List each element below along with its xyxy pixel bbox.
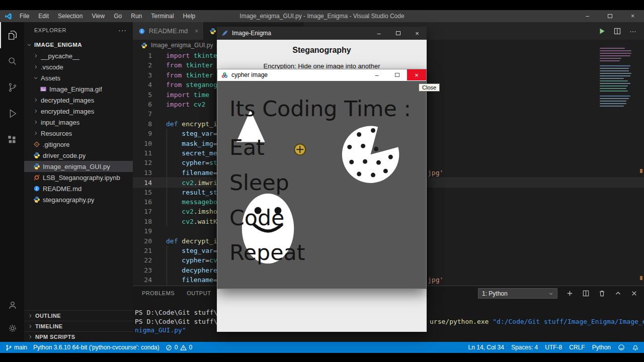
kill-terminal-trash-icon[interactable]	[598, 290, 606, 298]
chevron-right-icon	[33, 129, 39, 137]
terminal-select[interactable]: 1: Python	[478, 288, 557, 299]
maximize-panel-chevron-icon[interactable]	[614, 290, 622, 298]
enigma-window-body: Steganography Encryption: Hide one image…	[217, 46, 427, 70]
cypher-maximize-button[interactable]	[387, 69, 407, 80]
feedback-smiley-icon[interactable]	[618, 344, 625, 351]
sidebar-section-outline[interactable]: OUTLINE	[24, 310, 133, 321]
menu-terminal[interactable]: Terminal	[146, 10, 178, 22]
source-control-icon[interactable]	[0, 74, 24, 101]
tree-item-label: IMAGE_ENIGMA	[34, 42, 82, 48]
notebook-icon	[33, 173, 41, 182]
eol-status[interactable]: CRLF	[569, 344, 585, 351]
tree-item-lsb-steganography-ipynb[interactable]: LSB_Steganography.ipynb	[24, 172, 133, 183]
encoding-status[interactable]: UTF-8	[545, 344, 562, 351]
run-python-file-icon[interactable]	[598, 27, 606, 35]
search-icon[interactable]	[0, 48, 24, 74]
tree-item-steganography-py[interactable]: steganography.py	[24, 194, 133, 205]
python-interpreter-status[interactable]: Python 3.6.10 64-bit ('python-cvcourse':…	[33, 344, 159, 351]
line-number: 12	[133, 158, 152, 167]
panel-tab-problems[interactable]: PROBLEMS	[142, 290, 175, 296]
tree-item-readme-md[interactable]: README.md	[24, 183, 133, 194]
line-number: 24	[133, 275, 152, 285]
tree-item-label: Image_Enigma.gif	[49, 85, 102, 93]
panel-tab-output[interactable]: OUTPUT	[187, 290, 211, 296]
problems-status[interactable]: 0 0	[166, 344, 192, 351]
settings-gear-icon[interactable]	[0, 317, 24, 340]
chevron-right-icon	[33, 96, 39, 104]
more-actions-icon[interactable]: ···	[629, 27, 637, 35]
screen: FileEditSelectionViewGoRunTerminalHelp I…	[0, 0, 644, 362]
chevron-right-icon	[33, 118, 39, 126]
extensions-icon[interactable]	[0, 127, 24, 153]
menu-help[interactable]: Help	[179, 10, 200, 22]
cursor-position-status[interactable]: Ln 14, Col 34	[468, 344, 504, 351]
tab-readme-md[interactable]: README.md×	[133, 22, 204, 40]
tree-item-assets[interactable]: Assets	[24, 72, 133, 83]
tab-close-icon[interactable]: ×	[195, 28, 198, 35]
new-terminal-icon[interactable]	[566, 290, 574, 298]
line-number: 18	[133, 217, 152, 226]
tree-item--vscode[interactable]: .vscode	[24, 61, 133, 72]
explorer-icon[interactable]	[0, 22, 24, 48]
menu-selection[interactable]: Selection	[53, 10, 87, 22]
more-actions-icon[interactable]: ···	[118, 26, 127, 34]
enigma-close-button[interactable]: ×	[408, 27, 427, 40]
tree-item-resources[interactable]: Resources	[24, 128, 133, 139]
minimize-button[interactable]: –	[576, 10, 599, 22]
tree-item--gitignore[interactable]: .gitignore	[24, 139, 133, 150]
close-button[interactable]: ×	[621, 10, 644, 22]
sidebar-header: EXPLORER ···	[24, 22, 133, 38]
code-line-text: import tkinter	[166, 51, 221, 60]
notifications-bell-icon[interactable]	[632, 344, 639, 351]
menu-file[interactable]: File	[15, 10, 34, 22]
line-number: 4	[133, 80, 152, 89]
branch-status[interactable]: main	[5, 344, 27, 351]
line-number: 3	[133, 70, 152, 80]
tree-item-image-enigma-gif[interactable]: Image_Enigma.gif	[24, 83, 133, 95]
tree-item-driver-code-py[interactable]: driver_code.py	[24, 150, 133, 161]
cypher-close-button[interactable]: ×	[407, 69, 426, 80]
minimap-line	[600, 96, 630, 97]
cypher-minimize-button[interactable]: –	[367, 69, 387, 80]
tree-item-image-enigma[interactable]: IMAGE_ENIGMA	[24, 39, 133, 50]
sidebar-section-npm-scripts[interactable]: NPM SCRIPTS	[24, 331, 133, 342]
cypher-title-bar[interactable]: cypher image – ×	[217, 69, 426, 80]
language-mode-status[interactable]: Python	[592, 344, 611, 351]
menu-view[interactable]: View	[87, 10, 109, 22]
run-debug-icon[interactable]	[0, 101, 24, 127]
split-editor-icon[interactable]	[613, 27, 621, 35]
line-number: 14	[133, 178, 152, 188]
indentation-status[interactable]: Spaces: 4	[511, 344, 538, 351]
tree-item--pycache-[interactable]: __pycache__	[24, 50, 133, 61]
menu-go[interactable]: Go	[109, 10, 126, 22]
menu-run[interactable]: Run	[126, 10, 146, 22]
maximize-button[interactable]	[599, 10, 621, 22]
tree-item-input-images[interactable]: input_images	[24, 117, 133, 128]
python-icon	[33, 196, 41, 204]
minimap-line	[600, 55, 630, 56]
status-bar-right: Ln 14, Col 34 Spaces: 4 UTF-8 CRLF Pytho…	[468, 344, 639, 351]
minimap[interactable]	[600, 48, 635, 118]
tree-item-encrypted-images[interactable]: encrypted_images	[24, 106, 133, 117]
chevron-right-icon	[33, 52, 39, 60]
chevron-right-icon	[27, 333, 33, 341]
activity-bar	[0, 22, 24, 342]
info-icon	[138, 27, 146, 35]
tree-item-label: LSB_Steganography.ipynb	[43, 174, 120, 182]
sidebar-section-timeline[interactable]: TIMELINE	[24, 321, 133, 331]
account-icon[interactable]	[0, 294, 24, 317]
explorer-sidebar: EXPLORER ··· IMAGE_ENIGMA__pycache__.vsc…	[24, 22, 133, 342]
close-panel-icon[interactable]	[630, 290, 638, 298]
split-terminal-icon[interactable]	[582, 290, 590, 298]
tree-item-decrypted-images[interactable]: decrypted_images	[24, 95, 133, 106]
tree-item-image-enigma-gui-py[interactable]: Image_enigma_GUI.py	[24, 161, 133, 172]
python-icon	[33, 162, 41, 170]
minimap-line	[600, 58, 621, 59]
enigma-title-bar[interactable]: Image-Enigma – ×	[217, 27, 427, 40]
minimap-line	[600, 70, 629, 71]
enigma-minimize-button[interactable]: –	[369, 27, 388, 40]
line-number: 5	[133, 90, 152, 100]
enigma-maximize-button[interactable]	[388, 27, 408, 40]
menu-edit[interactable]: Edit	[34, 10, 53, 22]
editor-actions: ···	[598, 22, 644, 40]
